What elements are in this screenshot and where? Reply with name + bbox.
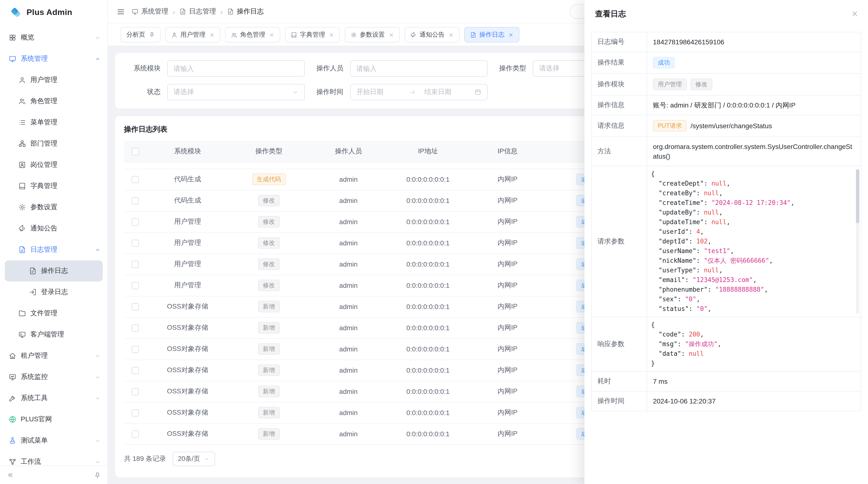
- home-icon: [9, 352, 17, 360]
- tab-analysis-page[interactable]: 分析页: [121, 27, 161, 42]
- filter-time-label: 操作时间: [307, 88, 343, 96]
- sidebar-item-param-settings[interactable]: 参数设置: [0, 197, 107, 218]
- cell-ip: 0:0:0:0:0:0:0:1: [388, 254, 468, 275]
- code-line: "msg": "操作成功",: [651, 340, 857, 349]
- close-tab-icon[interactable]: [508, 32, 514, 37]
- code-block: { "createDept": null, "createBy": null, …: [651, 169, 857, 314]
- sidebar-item-system-tools[interactable]: 系统工具: [0, 388, 107, 409]
- filter-field-module: 系统模块: [124, 60, 305, 77]
- close-tab-icon[interactable]: [389, 32, 394, 37]
- row-checkbox[interactable]: [131, 367, 138, 374]
- filter-operator-input[interactable]: [350, 60, 488, 77]
- breadcrumb-item[interactable]: 系统管理: [132, 7, 168, 16]
- tab-param-settings[interactable]: 参数设置: [345, 27, 400, 42]
- row-checkbox[interactable]: [131, 303, 138, 311]
- detail-value: 1842781986426159106: [647, 32, 861, 52]
- sidebar-item-client-mgmt[interactable]: 客户端管理: [0, 324, 107, 345]
- sidebar-item-dict-mgmt[interactable]: 字典管理: [0, 175, 107, 197]
- cell-op-type: 修改: [229, 190, 309, 211]
- user-icon: [171, 32, 178, 38]
- chevron-up-icon: [94, 247, 101, 253]
- breadcrumb: 系统管理›日志管理›操作日志: [132, 7, 264, 16]
- sidebar-item-label: 系统工具: [21, 394, 48, 402]
- sidebar-item-plus-site[interactable]: PLUS官网: [0, 409, 107, 430]
- tab-label: 字典管理: [300, 30, 325, 39]
- code-scrollbar[interactable]: [856, 169, 859, 314]
- app-logo[interactable]: Plus Admin: [0, 0, 107, 25]
- detail-tag: 用户管理: [653, 78, 687, 90]
- row-checkbox[interactable]: [131, 388, 138, 395]
- breadcrumb-item[interactable]: 操作日志: [227, 7, 264, 16]
- close-tab-icon[interactable]: [269, 32, 274, 37]
- sidebar-item-overview[interactable]: 概览: [0, 27, 107, 48]
- row-checkbox[interactable]: [131, 176, 138, 184]
- code-line: "nickName": "仅本人 密码666666",: [651, 256, 857, 266]
- sidebar-item-file-mgmt[interactable]: 文件管理: [0, 303, 107, 324]
- sidebar-item-label: 租户管理: [21, 351, 48, 360]
- tab-user-mgmt[interactable]: 用户管理: [165, 27, 220, 42]
- row-checkbox[interactable]: [131, 219, 138, 226]
- breadcrumb-item[interactable]: 日志管理: [179, 7, 216, 16]
- globe-icon: [9, 416, 17, 423]
- collapse-sidebar-button[interactable]: [7, 472, 14, 479]
- cell-op-type: 新增: [229, 402, 309, 423]
- page-size-select[interactable]: 20条/页: [173, 451, 215, 466]
- close-tab-icon[interactable]: [448, 32, 454, 37]
- sidebar-item-login-log[interactable]: 登录日志: [0, 282, 107, 303]
- sidebar-item-notice[interactable]: 通知公告: [0, 218, 107, 239]
- sidebar-item-system-monitor[interactable]: 系统监控: [0, 366, 107, 388]
- pin-icon[interactable]: [149, 32, 155, 38]
- cell-module: OSS对象存储: [146, 402, 229, 423]
- code-line: }: [651, 359, 857, 368]
- hamburger-menu-button[interactable]: [117, 7, 125, 16]
- tab-dict-mgmt[interactable]: 字典管理: [285, 27, 340, 42]
- detail-value: 7 ms: [647, 372, 861, 391]
- sidebar-item-post-mgmt[interactable]: 岗位管理: [0, 154, 107, 175]
- filter-module-input[interactable]: [167, 60, 305, 77]
- sidebar-item-tenant-mgmt[interactable]: 租户管理: [0, 345, 107, 366]
- sidebar-item-system-mgmt[interactable]: 系统管理: [0, 48, 107, 69]
- detail-label: 操作结果: [592, 52, 647, 73]
- row-checkbox[interactable]: [131, 197, 138, 205]
- row-checkbox[interactable]: [131, 261, 138, 268]
- sidebar-item-menu-mgmt[interactable]: 菜单管理: [0, 112, 107, 133]
- sidebar-item-user-mgmt[interactable]: 用户管理: [0, 69, 107, 91]
- close-tab-icon[interactable]: [329, 32, 334, 37]
- sidebar-item-log-mgmt[interactable]: 日志管理: [0, 239, 107, 260]
- cell-operator: admin: [309, 190, 388, 211]
- row-checkbox[interactable]: [131, 346, 138, 353]
- tab-operation-log[interactable]: 操作日志: [464, 27, 519, 42]
- cell-ip-info: 内网IP: [468, 169, 547, 190]
- tab-notice[interactable]: 通知公告: [405, 27, 460, 42]
- sidebar-item-role-mgmt[interactable]: 角色管理: [0, 91, 107, 112]
- row-checkbox[interactable]: [131, 325, 138, 332]
- list-icon: [18, 119, 26, 126]
- row-checkbox[interactable]: [131, 431, 138, 438]
- filter-type-label: 操作类型: [490, 64, 526, 73]
- row-select-cell: [124, 296, 146, 317]
- sidebar-item-workflow[interactable]: 工作流: [0, 451, 107, 466]
- cell-ip: 0:0:0:0:0:0:0:1: [388, 317, 468, 338]
- code-scrollbar-thumb[interactable]: [856, 169, 859, 223]
- filter-time-range[interactable]: 开始日期 结束日期: [350, 84, 488, 100]
- close-tab-icon[interactable]: [209, 32, 215, 37]
- detail-value: PUT请求/system/user/changeStatus: [647, 115, 861, 136]
- detail-tag: 成功: [653, 57, 675, 68]
- filter-field-status: 状态 请选择: [124, 84, 305, 100]
- pin-sidebar-button[interactable]: [94, 472, 101, 479]
- select-all-checkbox[interactable]: [131, 148, 138, 155]
- row-checkbox[interactable]: [131, 410, 138, 417]
- cell-operator: admin: [309, 232, 388, 254]
- sidebar-item-test-menu[interactable]: 测试菜单: [0, 430, 107, 451]
- close-drawer-button[interactable]: [851, 10, 858, 18]
- cell-operator: admin: [309, 423, 388, 445]
- tab-role-mgmt[interactable]: 角色管理: [225, 27, 280, 42]
- row-checkbox[interactable]: [131, 240, 138, 247]
- detail-row-8: 耗时7 ms: [592, 372, 861, 391]
- code-line: "code": 200,: [651, 330, 857, 340]
- code-line: "createTime": "2024-08-12 17:20:34",: [651, 198, 857, 208]
- filter-status-select[interactable]: 请选择: [167, 84, 305, 100]
- sidebar-item-operation-log[interactable]: 操作日志: [5, 260, 103, 282]
- sidebar-item-dept-mgmt[interactable]: 部门管理: [0, 133, 107, 154]
- row-checkbox[interactable]: [131, 282, 138, 289]
